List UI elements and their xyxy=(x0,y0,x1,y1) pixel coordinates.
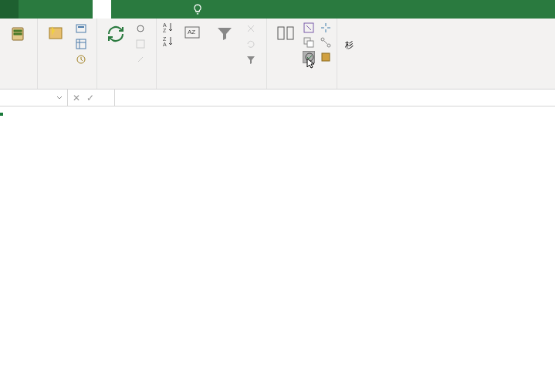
from-table-button[interactable] xyxy=(73,37,92,51)
advanced-icon xyxy=(245,53,257,66)
selection-border xyxy=(0,113,3,116)
svg-text:A: A xyxy=(163,42,167,47)
fx-button[interactable] xyxy=(100,96,110,100)
group-label-connections xyxy=(102,86,151,87)
svg-point-24 xyxy=(306,53,313,61)
refresh-icon xyxy=(105,23,127,45)
svg-text:Z: Z xyxy=(163,28,167,33)
ribbon-group-more: 杉 xyxy=(337,19,358,89)
svg-point-22 xyxy=(321,38,324,41)
relationships-icon[interactable] xyxy=(320,36,332,49)
formula-bar: ✕ ✓ xyxy=(0,90,555,106)
tab-file[interactable] xyxy=(0,0,19,19)
connections-button[interactable] xyxy=(133,22,151,35)
group-label-data-tools xyxy=(272,86,332,87)
tab-home[interactable] xyxy=(19,0,37,19)
database-icon xyxy=(8,23,29,45)
connections-icon xyxy=(134,22,147,35)
formula-input[interactable] xyxy=(115,90,555,106)
get-external-data-button[interactable] xyxy=(5,22,32,48)
name-box[interactable] xyxy=(0,90,68,106)
group-label-transform xyxy=(42,86,92,87)
menubar xyxy=(0,0,555,19)
show-queries-icon xyxy=(75,22,87,35)
svg-text:Z: Z xyxy=(163,36,167,42)
refresh-all-button[interactable] xyxy=(102,22,130,66)
properties-button xyxy=(133,37,151,51)
text-to-columns-button[interactable] xyxy=(272,22,299,63)
svg-rect-2 xyxy=(14,33,22,35)
ribbon-group-transform xyxy=(38,19,97,89)
ribbon: AZ ZA AZ xyxy=(0,19,555,90)
svg-rect-21 xyxy=(307,41,313,47)
clear-filter-button xyxy=(243,22,262,35)
tab-layout[interactable] xyxy=(56,0,74,19)
tab-baidu[interactable] xyxy=(167,0,185,19)
group-label-sort-filter xyxy=(161,86,262,87)
chevron-down-icon xyxy=(56,95,63,101)
sort-button[interactable]: AZ xyxy=(178,22,206,48)
svg-rect-4 xyxy=(76,25,86,32)
sort-asc-icon[interactable]: AZ xyxy=(161,22,174,34)
filter-icon xyxy=(214,23,235,45)
lightbulb-icon xyxy=(191,3,204,15)
new-query-button[interactable] xyxy=(42,22,70,66)
ribbon-group-data-tools xyxy=(267,19,337,89)
svg-rect-5 xyxy=(78,26,84,28)
cancel-icon[interactable]: ✕ xyxy=(73,93,80,103)
recent-sources-button[interactable] xyxy=(73,52,92,66)
ribbon-group-connections xyxy=(97,19,157,89)
svg-rect-18 xyxy=(287,27,293,39)
svg-rect-17 xyxy=(278,27,284,39)
flash-fill-icon[interactable] xyxy=(303,22,315,34)
recent-sources-icon xyxy=(75,53,87,66)
svg-rect-1 xyxy=(14,30,22,32)
show-queries-button[interactable] xyxy=(73,22,92,35)
advanced-filter-button[interactable] xyxy=(243,52,262,66)
consolidate-icon[interactable] xyxy=(320,22,332,34)
tab-review[interactable] xyxy=(111,0,130,19)
tab-data[interactable] xyxy=(93,0,111,19)
clear-icon xyxy=(245,22,257,35)
more-button[interactable]: 杉 xyxy=(342,22,357,51)
ribbon-group-sort-filter: AZ ZA AZ xyxy=(157,19,267,89)
from-table-icon xyxy=(75,38,87,50)
reapply-icon xyxy=(245,38,257,50)
edit-links-icon xyxy=(134,53,147,66)
text-to-columns-icon xyxy=(275,23,296,45)
tab-help[interactable] xyxy=(148,0,167,19)
tab-insert[interactable] xyxy=(37,0,56,19)
formula-bar-buttons: ✕ ✓ xyxy=(68,90,115,106)
sort-desc-icon[interactable]: ZA xyxy=(161,35,174,48)
new-query-icon xyxy=(46,23,67,45)
tell-me-search[interactable] xyxy=(185,0,213,19)
data-model-icon[interactable] xyxy=(320,51,332,63)
reapply-button xyxy=(243,37,262,51)
svg-point-23 xyxy=(327,44,330,47)
ribbon-group-external xyxy=(0,19,38,89)
group-label-external xyxy=(5,86,32,87)
svg-rect-6 xyxy=(76,39,86,49)
svg-rect-3 xyxy=(49,28,62,39)
svg-rect-25 xyxy=(322,53,330,61)
tab-view[interactable] xyxy=(130,0,148,19)
svg-text:AZ: AZ xyxy=(188,29,195,35)
tab-formula[interactable] xyxy=(74,0,93,19)
svg-rect-10 xyxy=(137,40,144,48)
remove-duplicates-icon[interactable] xyxy=(303,36,315,49)
data-validation-icon[interactable] xyxy=(303,51,315,63)
edit-links-button xyxy=(133,52,151,66)
svg-text:A: A xyxy=(163,22,167,28)
properties-icon xyxy=(134,38,147,50)
filter-button[interactable] xyxy=(211,22,239,48)
enter-icon[interactable]: ✓ xyxy=(86,93,94,103)
sort-icon: AZ xyxy=(181,23,203,45)
